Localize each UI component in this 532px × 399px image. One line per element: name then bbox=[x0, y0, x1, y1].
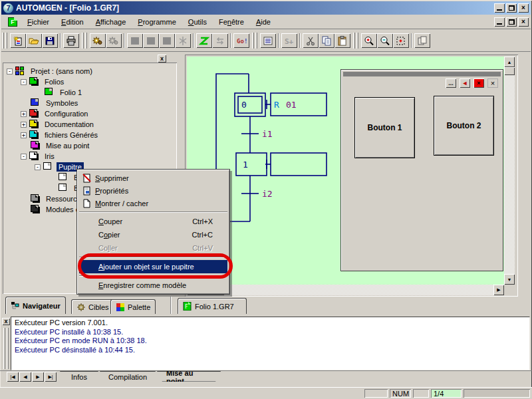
svg-text:Go: Go bbox=[237, 38, 244, 45]
mode-3-button[interactable] bbox=[159, 33, 175, 48]
open-file-button[interactable] bbox=[26, 33, 42, 48]
toolbar-grip[interactable] bbox=[5, 33, 7, 49]
z-stop-button[interactable] bbox=[212, 33, 228, 48]
tab-compilation[interactable]: Compilation bbox=[100, 371, 156, 382]
menu-outils[interactable]: Outils bbox=[182, 16, 213, 28]
menu-programme[interactable]: Programme bbox=[132, 16, 182, 28]
page-icon bbox=[78, 199, 95, 208]
zoom-out-button[interactable] bbox=[377, 33, 393, 48]
compile-gears-button[interactable] bbox=[90, 33, 106, 48]
symbol-add-button[interactable]: S+ bbox=[281, 33, 297, 48]
app-window: 7 AUTOMGEN - [Folio 1.GR7] × F FichierEd… bbox=[0, 0, 532, 399]
tab-mise-au-point[interactable]: Mise au point bbox=[157, 371, 221, 382]
tree-item-folio-1[interactable]: Folio 1 bbox=[4, 87, 176, 98]
print-button[interactable] bbox=[63, 33, 79, 48]
menu-item-copier[interactable]: CopierCtrl+C bbox=[78, 228, 229, 241]
menu-fentre[interactable]: Fenêtre bbox=[213, 16, 250, 28]
menu-item-montrer-cacher[interactable]: Montrer / cacher bbox=[78, 197, 229, 209]
tree-item-symboles[interactable]: Symboles bbox=[4, 98, 176, 108]
tree-item-configuration[interactable]: +Configuration bbox=[4, 108, 176, 119]
toolbar-grip[interactable] bbox=[356, 33, 358, 49]
collapse-expander[interactable]: - bbox=[21, 79, 27, 85]
toolbar-grip[interactable] bbox=[353, 33, 355, 49]
tab-navigateur[interactable]: Navigateur bbox=[5, 297, 66, 314]
zoom-fit-button[interactable] bbox=[393, 33, 409, 48]
toolbar-grip[interactable] bbox=[85, 33, 87, 49]
menu-item-enregistrer-comme-mod-le[interactable]: Enregistrer comme modèle bbox=[78, 279, 229, 292]
zoom-in-button[interactable] bbox=[361, 33, 377, 48]
z-run-button[interactable] bbox=[196, 33, 212, 48]
restore-button[interactable] bbox=[506, 3, 517, 13]
child-close-button[interactable]: × bbox=[518, 17, 529, 27]
vertical-scroll-thumb[interactable] bbox=[504, 67, 515, 75]
menu-item-ajouter-un-objet-sur-le-pupitre[interactable]: Ajouter un objet sur le pupitre bbox=[79, 260, 227, 273]
mode-1-button[interactable] bbox=[127, 33, 143, 48]
menu-aide[interactable]: Aide bbox=[250, 16, 277, 28]
tab-infos[interactable]: Infos bbox=[60, 371, 98, 382]
menu-item-couper[interactable]: CouperCtrl+X bbox=[78, 215, 229, 228]
save-button[interactable] bbox=[42, 33, 58, 48]
mode-2-button[interactable] bbox=[143, 33, 159, 48]
tree-item-mise-au-point[interactable]: Mise au point bbox=[4, 140, 176, 151]
compile-gears-off-button[interactable] bbox=[106, 33, 122, 48]
log-grip-2[interactable] bbox=[7, 328, 9, 369]
menu-fichier[interactable]: Fichier bbox=[21, 16, 55, 28]
toolbar-grip[interactable] bbox=[2, 33, 4, 49]
collapse-expander[interactable]: - bbox=[21, 154, 27, 160]
collapse-expander[interactable]: - bbox=[35, 164, 41, 170]
horizontal-scrollbar[interactable]: ▶ bbox=[187, 285, 504, 295]
scroll-down-button[interactable]: ▼ bbox=[504, 274, 515, 285]
menu-edition[interactable]: Edition bbox=[55, 16, 90, 28]
log-grip[interactable] bbox=[3, 328, 5, 369]
menu-affichage[interactable]: Affichage bbox=[90, 16, 132, 28]
sheet-nav-last-button[interactable]: ▶| bbox=[45, 372, 57, 382]
tree-item-projet-sans-nom[interactable]: -Projet : (sans nom) bbox=[4, 66, 176, 76]
list-button[interactable] bbox=[260, 33, 276, 48]
tree-item-fichiers-g-n-r-s[interactable]: +fichiers Générés bbox=[4, 130, 176, 140]
menu-item-propri-t-s[interactable]: Propriétés bbox=[78, 184, 229, 197]
toolbar-grip[interactable] bbox=[255, 33, 257, 49]
scroll-right-button[interactable]: ▶ bbox=[493, 285, 504, 295]
toolbar-grip[interactable] bbox=[82, 33, 84, 49]
pupitre-more-button[interactable]: ... bbox=[446, 78, 456, 88]
collapse-expander[interactable]: - bbox=[7, 68, 13, 74]
pupitre-header[interactable] bbox=[343, 72, 501, 76]
child-restore-button[interactable] bbox=[506, 17, 517, 27]
child-minimize-button[interactable] bbox=[494, 17, 505, 27]
tab-cibles[interactable]: Cibles bbox=[71, 299, 114, 314]
tree-item-folios[interactable]: -Folios bbox=[4, 76, 176, 87]
expand-expander[interactable]: + bbox=[21, 122, 27, 128]
vertical-scrollbar[interactable]: ▲ ▼ bbox=[504, 57, 515, 285]
sheet-nav-next-button[interactable]: ▶ bbox=[32, 372, 44, 382]
new-file-icon bbox=[13, 36, 23, 46]
cut-button[interactable] bbox=[303, 33, 319, 48]
go-button[interactable]: Go! bbox=[233, 33, 249, 48]
pupitre-back-button[interactable]: ◄ bbox=[460, 78, 470, 88]
close-button[interactable]: × bbox=[518, 3, 529, 13]
print-preview-button[interactable] bbox=[414, 33, 430, 48]
bouton-1[interactable]: Bouton 1 bbox=[354, 97, 415, 158]
sheet-nav-prev-button[interactable]: ◀ bbox=[19, 372, 31, 382]
properties-page-icon bbox=[78, 186, 95, 196]
new-file-button[interactable] bbox=[10, 33, 26, 48]
expand-button[interactable] bbox=[175, 33, 191, 48]
expand-expander[interactable]: + bbox=[21, 132, 27, 138]
bouton-2[interactable]: Bouton 2 bbox=[434, 96, 494, 156]
pupitre-close-button[interactable]: × bbox=[487, 78, 498, 88]
pupitre-close-red-button[interactable]: × bbox=[473, 78, 484, 88]
scroll-up-button[interactable]: ▲ bbox=[504, 57, 515, 67]
copy-button[interactable] bbox=[319, 33, 334, 48]
tree-item-documentation[interactable]: +Documentation bbox=[4, 119, 176, 130]
log-close-button[interactable]: x bbox=[2, 318, 10, 325]
menu-item-supprimer[interactable]: Supprimer bbox=[78, 172, 229, 184]
tab-palette[interactable]: Palette bbox=[110, 299, 156, 314]
tree-close-button[interactable]: x bbox=[158, 55, 166, 63]
tab-folio-1[interactable]: F Folio 1.GR7 bbox=[178, 298, 247, 314]
tree-item-iris[interactable]: -Iris bbox=[4, 151, 176, 162]
paste-button[interactable] bbox=[334, 33, 350, 48]
toolbar-grip[interactable] bbox=[252, 33, 254, 49]
sheet-nav-first-button[interactable]: |◀ bbox=[7, 372, 19, 382]
log-output[interactable]: Exécuteur PC version 7.001.Exécuteur PC … bbox=[11, 317, 530, 370]
expand-expander[interactable]: + bbox=[21, 111, 27, 117]
minimize-button[interactable] bbox=[494, 3, 505, 13]
